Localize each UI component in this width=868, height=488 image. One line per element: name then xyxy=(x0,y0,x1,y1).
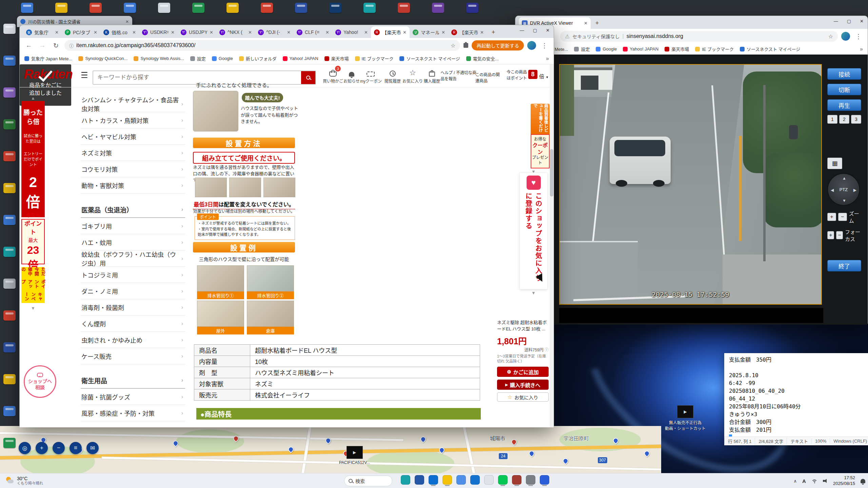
address-bar[interactable]: ⚠ セキュリティ保護なし | sinsenyasai.nsddns.org ☆ xyxy=(560,31,838,42)
search-button[interactable] xyxy=(301,71,315,84)
update-chrome-button[interactable]: 再起動して更新する xyxy=(472,40,524,50)
desktop-icon[interactable] xyxy=(432,3,444,13)
site-info-icon[interactable]: ⓘ xyxy=(69,42,74,49)
sidebar-item[interactable]: 除菌・抗菌グッズ › xyxy=(81,389,185,405)
tab-close-icon[interactable]: ✕ xyxy=(326,30,329,35)
desktop-icon[interactable] xyxy=(261,3,273,13)
desktop-icon[interactable] xyxy=(3,310,16,321)
bookmark-item[interactable]: Yahoo! JAPAN xyxy=(283,55,318,62)
bookmark-item[interactable]: 気象庁 Japan Mete... xyxy=(24,55,72,62)
focus-out-button[interactable]: − xyxy=(836,231,843,239)
desktop-icon[interactable] xyxy=(90,3,102,13)
header-nav-coupon[interactable]: myクーポン xyxy=(360,68,381,84)
taskbar-app-icon[interactable] xyxy=(442,475,453,487)
desktop-shortcut-pacifica[interactable]: ▶ PACIFICA512V... xyxy=(339,446,370,465)
taskbar-weather-widget[interactable]: 30°Cくもり時々晴れ xyxy=(0,476,48,486)
bookmark-item[interactable]: Synology Web Assis... xyxy=(134,55,184,62)
map-pin[interactable] xyxy=(528,450,536,458)
quit-button[interactable]: 終了 xyxy=(827,260,861,271)
tab-close-icon[interactable]: ✕ xyxy=(210,30,213,35)
promo-next-icon[interactable]: ▼ xyxy=(21,306,45,311)
taskbar-app-icon[interactable] xyxy=(484,475,494,487)
taskbar-app-icon[interactable] xyxy=(428,475,439,487)
channel-button[interactable]: 1 xyxy=(827,115,837,124)
review-banner[interactable]: 商品到着後レビューを書くだけで xyxy=(531,104,550,134)
desktop-icon[interactable] xyxy=(158,3,170,13)
desktop-icon[interactable] xyxy=(3,374,16,384)
notepad-text-area[interactable]: 支払金額 350円2025.8.106:42 -9920250810_06_40… xyxy=(724,353,868,436)
sidebar-item[interactable]: ダニ・ノミ用 › xyxy=(81,283,185,299)
bookmarks-overflow-icon[interactable]: » xyxy=(860,46,863,52)
header-nav-cart[interactable]: 3買い物かご xyxy=(322,68,343,84)
ime-indicator[interactable]: A xyxy=(802,478,806,484)
desktop-icon[interactable] xyxy=(3,438,16,448)
browser-tab[interactable]: Y! CLF (= ✕ xyxy=(294,26,332,38)
desktop-icon[interactable] xyxy=(3,119,16,129)
sidebar-item[interactable]: コウモリ対策 › xyxy=(81,161,185,177)
header-nav-hist[interactable]: 閲覧履歴 xyxy=(382,68,403,84)
sidebar-item[interactable]: ネズミ対策 › xyxy=(81,145,185,161)
new-tab-button[interactable]: + xyxy=(593,19,601,27)
sidebar-item[interactable]: トコジラミ用 › xyxy=(81,267,185,283)
menu-dots-icon[interactable]: ⋮ xyxy=(853,33,864,40)
taskbar-app-icon[interactable] xyxy=(456,475,467,487)
sidebar-item[interactable]: 蚊幼虫（ボウフラ）・ハエ幼虫（ウジ虫）用 › xyxy=(81,250,185,267)
map-layers-button[interactable]: ≡ xyxy=(70,442,82,454)
browser-tab[interactable]: Y! ^DJI (- ✕ xyxy=(255,26,294,38)
tab-close-icon[interactable]: ✕ xyxy=(55,30,59,35)
desktop-icon[interactable] xyxy=(3,183,16,193)
desktop-icon[interactable] xyxy=(3,342,16,352)
connect-button[interactable]: 接続 xyxy=(827,68,861,80)
browser-tab[interactable]: Y! USDJPY( ✕ xyxy=(178,26,216,38)
desktop-icon[interactable] xyxy=(3,406,16,416)
ptz-down-icon[interactable]: ▼ xyxy=(842,198,846,203)
desktop-icon[interactable] xyxy=(55,3,67,13)
ptz-left-icon[interactable]: ◀ xyxy=(831,188,834,192)
desktop-icon[interactable] xyxy=(363,3,376,13)
browser-tab[interactable]: R 【楽天市 ✕ xyxy=(448,26,487,38)
browser-tab[interactable]: Y! USDKR= ✕ xyxy=(139,26,178,38)
bookmark-item[interactable]: IE ブックマーク xyxy=(355,55,394,62)
desktop-icon[interactable] xyxy=(192,3,204,13)
sidebar-item[interactable]: 風邪・感染症・予防・対策 › xyxy=(81,405,185,421)
favorite-button[interactable]: ☆お気に入り xyxy=(497,392,549,402)
header-nav-bell[interactable]: お知らせ xyxy=(341,68,362,84)
promo-banner-campaign[interactable]: ただ今開催中のポイントアップキャンペーン xyxy=(21,267,45,303)
ptz-control[interactable]: ▲ ▼ ◀ ▶ PTZ xyxy=(827,173,860,206)
bookmark-item[interactable]: 設定 xyxy=(574,46,590,52)
header-nav-bag[interactable]: 購入履歴 xyxy=(421,68,442,84)
coupon-banner[interactable]: お得な クーポン プレゼント xyxy=(531,134,550,168)
bookmark-star-icon[interactable]: ☆ xyxy=(451,42,455,49)
map-zoom-out-button[interactable]: − xyxy=(53,442,65,454)
search-input[interactable] xyxy=(93,74,301,81)
desktop-icon[interactable] xyxy=(3,56,16,66)
tab-close-icon[interactable]: ✕ xyxy=(480,30,484,35)
tab-close-icon[interactable]: ✕ xyxy=(248,30,252,35)
header-nav-star[interactable]: ☆お気に入り xyxy=(402,68,423,84)
channel-button[interactable]: 3 xyxy=(851,115,861,124)
tray-overflow-icon[interactable]: ∧ xyxy=(794,479,797,484)
product-title[interactable]: ネズミ駆除 超耐水粘着ボードEL ハウス型 10枚 ... xyxy=(497,320,549,332)
forward-icon[interactable]: → xyxy=(37,42,47,49)
map-pin[interactable] xyxy=(562,457,570,465)
desktop-icon[interactable] xyxy=(329,3,341,13)
bookmark-item[interactable]: 電気の安全... xyxy=(466,55,499,62)
sidebar-item[interactable]: くん煙剤 › xyxy=(81,316,185,332)
browser-tab[interactable]: 気 気象庁 ✕ xyxy=(23,26,62,38)
related-items-link[interactable]: この商品の関連商品 xyxy=(475,72,502,84)
layout-grid-button[interactable]: ▦ xyxy=(827,158,842,169)
bookmark-star-icon[interactable]: ☆ xyxy=(828,33,833,40)
map-zoom-in-button[interactable]: + xyxy=(36,442,48,454)
taskbar-clock[interactable]: 17:52 2025/08/15 xyxy=(833,475,855,487)
tab-close-icon[interactable]: ✕ xyxy=(584,21,588,26)
desktop-icon[interactable] xyxy=(3,279,16,289)
map-window[interactable]: 城陽市宇治田原町 24307 xyxy=(0,426,661,473)
sidebar-item[interactable]: ゴキブリ用 › xyxy=(81,218,185,234)
point-unit[interactable]: 倍 ▼ xyxy=(539,73,549,80)
browser-tab[interactable]: K 価格.co ✕ xyxy=(100,26,139,38)
map-pin[interactable] xyxy=(419,435,427,443)
bookmark-item[interactable]: 楽天市場 xyxy=(665,46,689,52)
taskbar-app-icon[interactable] xyxy=(470,475,480,487)
browser-tab[interactable]: Y! Yahoo! ✕ xyxy=(332,26,371,38)
browser-tab[interactable]: マ マネール ✕ xyxy=(410,26,448,38)
